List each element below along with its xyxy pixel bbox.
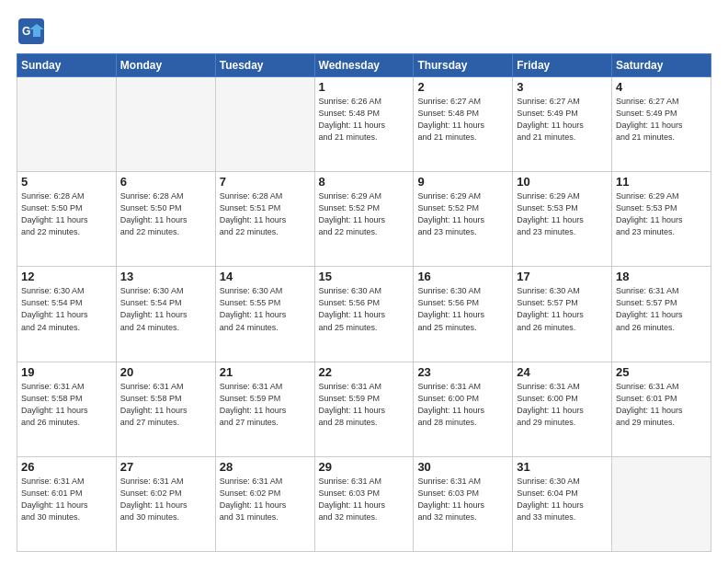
calendar-cell: 12Sunrise: 6:30 AMSunset: 5:54 PMDayligh…: [17, 267, 117, 362]
day-number: 7: [220, 175, 311, 189]
day-number: 12: [21, 270, 112, 283]
day-info: Sunrise: 6:31 AMSunset: 6:03 PMDaylight:…: [417, 476, 508, 523]
day-info: Sunrise: 6:28 AMSunset: 5:50 PMDaylight:…: [21, 190, 112, 238]
week-row-4: 19Sunrise: 6:31 AMSunset: 5:58 PMDayligh…: [17, 362, 711, 456]
day-info: Sunrise: 6:28 AMSunset: 5:51 PMDaylight:…: [220, 190, 311, 238]
day-number: 28: [220, 460, 311, 474]
day-header-wednesday: Wednesday: [314, 54, 414, 77]
day-info: Sunrise: 6:26 AMSunset: 5:48 PMDaylight:…: [319, 96, 410, 144]
day-info: Sunrise: 6:30 AMSunset: 5:54 PMDaylight:…: [21, 285, 112, 333]
calendar-cell: 20Sunrise: 6:31 AMSunset: 5:58 PMDayligh…: [116, 362, 215, 456]
calendar-cell: 7Sunrise: 6:28 AMSunset: 5:51 PMDaylight…: [215, 172, 314, 267]
calendar-cell: 30Sunrise: 6:31 AMSunset: 6:03 PMDayligh…: [414, 456, 513, 551]
day-info: Sunrise: 6:31 AMSunset: 5:59 PMDaylight:…: [319, 381, 410, 429]
day-number: 31: [517, 460, 608, 474]
calendar-cell: 27Sunrise: 6:31 AMSunset: 6:02 PMDayligh…: [116, 456, 215, 551]
calendar-cell: [612, 456, 711, 551]
day-info: Sunrise: 6:29 AMSunset: 5:52 PMDaylight:…: [417, 190, 508, 238]
day-header-sunday: Sunday: [17, 54, 117, 77]
calendar-cell: 31Sunrise: 6:30 AMSunset: 6:04 PMDayligh…: [513, 456, 612, 551]
day-info: Sunrise: 6:30 AMSunset: 5:57 PMDaylight:…: [517, 285, 608, 333]
calendar-cell: 2Sunrise: 6:27 AMSunset: 5:48 PMDaylight…: [414, 77, 513, 172]
day-number: 10: [517, 175, 608, 189]
calendar-cell: [17, 77, 117, 172]
day-info: Sunrise: 6:27 AMSunset: 5:49 PMDaylight:…: [517, 96, 608, 144]
day-info: Sunrise: 6:31 AMSunset: 5:58 PMDaylight:…: [21, 381, 112, 429]
calendar-cell: 19Sunrise: 6:31 AMSunset: 5:58 PMDayligh…: [17, 362, 117, 456]
day-number: 6: [120, 175, 211, 189]
day-header-friday: Friday: [513, 54, 612, 77]
calendar-cell: 18Sunrise: 6:31 AMSunset: 5:57 PMDayligh…: [612, 267, 711, 362]
calendar-cell: 9Sunrise: 6:29 AMSunset: 5:52 PMDaylight…: [414, 172, 513, 267]
calendar-cell: 24Sunrise: 6:31 AMSunset: 6:00 PMDayligh…: [513, 362, 612, 456]
day-number: 19: [21, 365, 112, 379]
day-info: Sunrise: 6:29 AMSunset: 5:53 PMDaylight:…: [616, 190, 707, 238]
day-number: 22: [319, 365, 410, 379]
day-number: 3: [517, 80, 608, 94]
calendar-cell: 8Sunrise: 6:29 AMSunset: 5:52 PMDaylight…: [314, 172, 414, 267]
header: G: [17, 17, 711, 46]
day-number: 2: [417, 80, 508, 94]
day-number: 26: [21, 460, 112, 474]
day-info: Sunrise: 6:30 AMSunset: 5:56 PMDaylight:…: [417, 285, 508, 333]
calendar-cell: 22Sunrise: 6:31 AMSunset: 5:59 PMDayligh…: [314, 362, 414, 456]
calendar-cell: 26Sunrise: 6:31 AMSunset: 6:01 PMDayligh…: [17, 456, 117, 551]
day-number: 14: [220, 270, 311, 283]
day-number: 17: [517, 270, 608, 283]
day-number: 25: [616, 365, 707, 379]
calendar-cell: 21Sunrise: 6:31 AMSunset: 5:59 PMDayligh…: [215, 362, 314, 456]
day-number: 11: [616, 175, 707, 189]
calendar-cell: 1Sunrise: 6:26 AMSunset: 5:48 PMDaylight…: [314, 77, 414, 172]
day-number: 15: [319, 270, 410, 283]
day-info: Sunrise: 6:31 AMSunset: 6:02 PMDaylight:…: [120, 476, 211, 523]
calendar-cell: 23Sunrise: 6:31 AMSunset: 6:00 PMDayligh…: [414, 362, 513, 456]
day-info: Sunrise: 6:31 AMSunset: 5:59 PMDaylight:…: [220, 381, 311, 429]
day-info: Sunrise: 6:27 AMSunset: 5:48 PMDaylight:…: [417, 96, 508, 144]
day-header-monday: Monday: [116, 54, 215, 77]
calendar-cell: [215, 77, 314, 172]
day-info: Sunrise: 6:31 AMSunset: 6:03 PMDaylight:…: [319, 476, 410, 523]
calendar-cell: [116, 77, 215, 172]
svg-text:G: G: [22, 25, 30, 38]
week-row-3: 12Sunrise: 6:30 AMSunset: 5:54 PMDayligh…: [17, 267, 711, 362]
days-header-row: SundayMondayTuesdayWednesdayThursdayFrid…: [17, 54, 711, 77]
day-info: Sunrise: 6:31 AMSunset: 6:00 PMDaylight:…: [417, 381, 508, 429]
calendar-cell: 10Sunrise: 6:29 AMSunset: 5:53 PMDayligh…: [513, 172, 612, 267]
logo-icon: G: [17, 17, 46, 46]
week-row-5: 26Sunrise: 6:31 AMSunset: 6:01 PMDayligh…: [17, 456, 711, 551]
day-number: 24: [517, 365, 608, 379]
calendar-cell: 29Sunrise: 6:31 AMSunset: 6:03 PMDayligh…: [314, 456, 414, 551]
calendar-cell: 5Sunrise: 6:28 AMSunset: 5:50 PMDaylight…: [17, 172, 117, 267]
day-number: 30: [417, 460, 508, 474]
day-info: Sunrise: 6:31 AMSunset: 6:01 PMDaylight:…: [616, 381, 707, 429]
calendar-cell: 13Sunrise: 6:30 AMSunset: 5:54 PMDayligh…: [116, 267, 215, 362]
day-number: 4: [616, 80, 707, 94]
day-info: Sunrise: 6:31 AMSunset: 6:00 PMDaylight:…: [517, 381, 608, 429]
day-number: 5: [21, 175, 112, 189]
calendar-cell: 14Sunrise: 6:30 AMSunset: 5:55 PMDayligh…: [215, 267, 314, 362]
day-info: Sunrise: 6:31 AMSunset: 6:01 PMDaylight:…: [21, 476, 112, 523]
day-info: Sunrise: 6:28 AMSunset: 5:50 PMDaylight:…: [120, 190, 211, 238]
day-header-tuesday: Tuesday: [215, 54, 314, 77]
day-info: Sunrise: 6:29 AMSunset: 5:53 PMDaylight:…: [517, 190, 608, 238]
day-info: Sunrise: 6:31 AMSunset: 5:57 PMDaylight:…: [616, 285, 707, 333]
day-number: 8: [319, 175, 410, 189]
day-number: 21: [220, 365, 311, 379]
calendar-cell: 16Sunrise: 6:30 AMSunset: 5:56 PMDayligh…: [414, 267, 513, 362]
calendar-cell: 17Sunrise: 6:30 AMSunset: 5:57 PMDayligh…: [513, 267, 612, 362]
day-info: Sunrise: 6:31 AMSunset: 5:58 PMDaylight:…: [120, 381, 211, 429]
calendar-table: SundayMondayTuesdayWednesdayThursdayFrid…: [17, 53, 711, 552]
day-info: Sunrise: 6:30 AMSunset: 5:55 PMDaylight:…: [220, 285, 311, 333]
day-number: 20: [120, 365, 211, 379]
day-header-saturday: Saturday: [612, 54, 711, 77]
day-info: Sunrise: 6:30 AMSunset: 5:54 PMDaylight:…: [120, 285, 211, 333]
calendar-cell: 6Sunrise: 6:28 AMSunset: 5:50 PMDaylight…: [116, 172, 215, 267]
page: G SundayMondayTuesdayWednesdayThursdayFr…: [0, 0, 728, 563]
week-row-2: 5Sunrise: 6:28 AMSunset: 5:50 PMDaylight…: [17, 172, 711, 267]
day-info: Sunrise: 6:30 AMSunset: 5:56 PMDaylight:…: [319, 285, 410, 333]
day-info: Sunrise: 6:31 AMSunset: 6:02 PMDaylight:…: [220, 476, 311, 523]
calendar-cell: 11Sunrise: 6:29 AMSunset: 5:53 PMDayligh…: [612, 172, 711, 267]
day-header-thursday: Thursday: [414, 54, 513, 77]
day-number: 29: [319, 460, 410, 474]
calendar-cell: 25Sunrise: 6:31 AMSunset: 6:01 PMDayligh…: [612, 362, 711, 456]
